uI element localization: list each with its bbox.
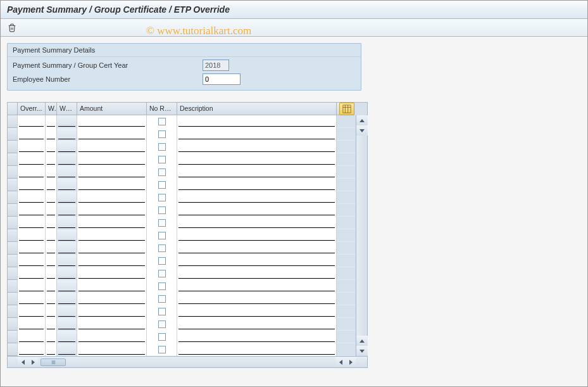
cell-overr[interactable] bbox=[18, 191, 46, 204]
norev-checkbox[interactable] bbox=[158, 206, 166, 214]
cell-overr[interactable] bbox=[18, 128, 46, 141]
cell-w[interactable] bbox=[46, 255, 57, 267]
cell-description[interactable] bbox=[177, 115, 337, 128]
scroll-up-button[interactable] bbox=[356, 115, 368, 125]
cell-wa-picker[interactable] bbox=[57, 217, 77, 229]
row-selector[interactable] bbox=[8, 318, 18, 331]
norev-checkbox[interactable] bbox=[158, 156, 166, 163]
cell-wa-picker[interactable] bbox=[57, 191, 77, 204]
column-header-description[interactable]: Description bbox=[177, 103, 337, 115]
cell-w[interactable] bbox=[46, 318, 57, 331]
cell-wa-picker[interactable] bbox=[57, 179, 77, 191]
row-selector[interactable] bbox=[8, 191, 18, 204]
cell-amount[interactable] bbox=[77, 229, 147, 242]
row-selector[interactable] bbox=[8, 153, 18, 166]
norev-checkbox[interactable] bbox=[158, 295, 166, 303]
cell-amount[interactable] bbox=[77, 128, 147, 141]
cell-description[interactable] bbox=[177, 280, 337, 293]
row-selector[interactable] bbox=[8, 166, 18, 179]
cell-w[interactable] bbox=[46, 280, 57, 293]
cell-w[interactable] bbox=[46, 115, 57, 128]
row-selector[interactable] bbox=[8, 242, 18, 255]
cell-w[interactable] bbox=[46, 153, 57, 166]
cell-description[interactable] bbox=[177, 255, 337, 267]
cell-overr[interactable] bbox=[18, 318, 46, 331]
row-selector[interactable] bbox=[8, 229, 18, 242]
cell-w[interactable] bbox=[46, 128, 57, 141]
norev-checkbox[interactable] bbox=[158, 181, 166, 189]
cell-description[interactable] bbox=[177, 293, 337, 305]
row-selector-header[interactable] bbox=[8, 103, 18, 115]
row-selector[interactable] bbox=[8, 331, 18, 343]
cell-wa-picker[interactable] bbox=[57, 255, 77, 267]
cell-overr[interactable] bbox=[18, 267, 46, 280]
cell-w[interactable] bbox=[46, 331, 57, 343]
cell-wa-picker[interactable] bbox=[57, 229, 77, 242]
cell-wa-picker[interactable] bbox=[57, 331, 77, 343]
cell-amount[interactable] bbox=[77, 331, 147, 343]
column-header-amount[interactable]: Amount bbox=[77, 103, 147, 115]
cell-description[interactable] bbox=[177, 128, 337, 141]
cell-overr[interactable] bbox=[18, 305, 46, 318]
cell-wa-picker[interactable] bbox=[57, 305, 77, 318]
cell-w[interactable] bbox=[46, 242, 57, 255]
column-header-norev[interactable]: No Rev... bbox=[147, 103, 177, 115]
column-header-overr[interactable]: Overr... bbox=[18, 103, 46, 115]
cell-description[interactable] bbox=[177, 217, 337, 229]
cell-overr[interactable] bbox=[18, 217, 46, 229]
cell-overr[interactable] bbox=[18, 293, 46, 305]
norev-checkbox[interactable] bbox=[158, 346, 166, 353]
cell-w[interactable] bbox=[46, 204, 57, 217]
norev-checkbox[interactable] bbox=[158, 232, 166, 239]
cell-w[interactable] bbox=[46, 217, 57, 229]
cell-amount[interactable] bbox=[77, 191, 147, 204]
cell-amount[interactable] bbox=[77, 318, 147, 331]
row-selector[interactable] bbox=[8, 343, 18, 356]
vertical-scrollbar[interactable] bbox=[356, 115, 367, 356]
row-selector[interactable] bbox=[8, 305, 18, 318]
delete-button[interactable] bbox=[6, 22, 18, 34]
cell-overr[interactable] bbox=[18, 141, 46, 153]
cell-amount[interactable] bbox=[77, 293, 147, 305]
norev-checkbox[interactable] bbox=[158, 320, 166, 328]
scroll-left-button[interactable] bbox=[18, 357, 28, 367]
norev-checkbox[interactable] bbox=[158, 168, 166, 176]
cell-wa-picker[interactable] bbox=[57, 267, 77, 280]
cell-amount[interactable] bbox=[77, 204, 147, 217]
row-selector[interactable] bbox=[8, 204, 18, 217]
column-header-w[interactable]: W. bbox=[46, 103, 57, 115]
cell-description[interactable] bbox=[177, 166, 337, 179]
cell-overr[interactable] bbox=[18, 166, 46, 179]
cell-wa-picker[interactable] bbox=[57, 128, 77, 141]
cell-wa-picker[interactable] bbox=[57, 204, 77, 217]
cell-amount[interactable] bbox=[77, 267, 147, 280]
norev-checkbox[interactable] bbox=[158, 257, 166, 265]
row-selector[interactable] bbox=[8, 267, 18, 280]
scroll-left-button-2[interactable] bbox=[335, 357, 346, 367]
cell-wa-picker[interactable] bbox=[57, 153, 77, 166]
row-selector[interactable] bbox=[8, 293, 18, 305]
cell-overr[interactable] bbox=[18, 331, 46, 343]
scroll-thumb[interactable] bbox=[41, 358, 66, 366]
cell-amount[interactable] bbox=[77, 179, 147, 191]
cell-overr[interactable] bbox=[18, 343, 46, 356]
cell-w[interactable] bbox=[46, 141, 57, 153]
cell-amount[interactable] bbox=[77, 242, 147, 255]
scroll-down-button[interactable] bbox=[356, 125, 368, 136]
cell-w[interactable] bbox=[46, 305, 57, 318]
norev-checkbox[interactable] bbox=[158, 282, 166, 290]
cell-description[interactable] bbox=[177, 305, 337, 318]
cell-amount[interactable] bbox=[77, 217, 147, 229]
cell-wa-picker[interactable] bbox=[57, 318, 77, 331]
cell-w[interactable] bbox=[46, 343, 57, 356]
scroll-down-button-2[interactable] bbox=[356, 346, 368, 356]
row-selector[interactable] bbox=[8, 128, 18, 141]
cell-description[interactable] bbox=[177, 179, 337, 191]
cell-description[interactable] bbox=[177, 267, 337, 280]
cell-description[interactable] bbox=[177, 204, 337, 217]
norev-checkbox[interactable] bbox=[158, 194, 166, 201]
year-field[interactable] bbox=[203, 60, 229, 71]
cell-amount[interactable] bbox=[77, 255, 147, 267]
horizontal-scrollbar[interactable] bbox=[8, 356, 367, 367]
row-selector[interactable] bbox=[8, 255, 18, 267]
